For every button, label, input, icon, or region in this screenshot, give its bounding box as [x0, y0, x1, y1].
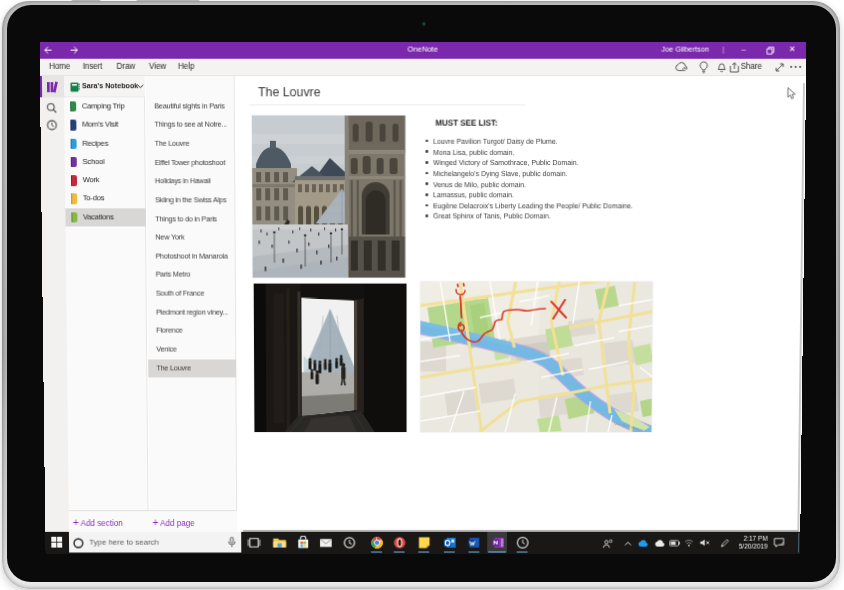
svg-text:Quai des Celestins: Quai des Celestins	[613, 422, 643, 433]
